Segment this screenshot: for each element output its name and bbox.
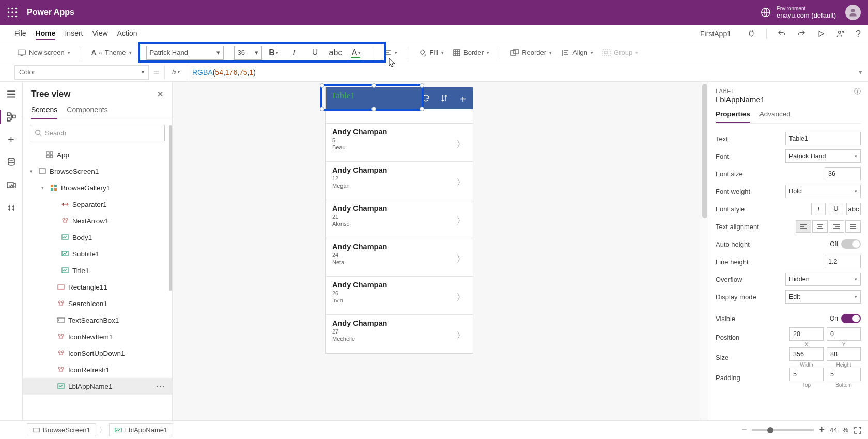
tab-advanced[interactable]: Advanced xyxy=(760,108,791,123)
pad-t-input[interactable]: 5 xyxy=(789,368,824,381)
font-color-button[interactable]: A▾ xyxy=(348,46,365,60)
tree-item[interactable]: TextSearchBox1 xyxy=(23,312,172,328)
tree-item[interactable]: IconRefresh1 xyxy=(23,361,172,378)
tab-components[interactable]: Components xyxy=(67,102,107,119)
zoom-in-icon[interactable]: + xyxy=(819,425,825,435)
breadcrumb-screen[interactable]: BrowseScreen1 xyxy=(27,423,96,436)
prop-overflow-select[interactable]: Hidden▾ xyxy=(785,273,861,286)
pos-x-input[interactable]: 20 xyxy=(789,327,824,341)
help-icon[interactable]: ? xyxy=(856,28,861,39)
prop-fontsize-input[interactable]: 36 xyxy=(825,167,861,180)
file-name[interactable]: FirstApp1 xyxy=(700,29,731,38)
tree-item[interactable]: IconNewItem1 xyxy=(23,328,172,345)
insert-icon[interactable]: + xyxy=(6,134,17,145)
scrollbar-thumb[interactable] xyxy=(169,125,172,291)
list-item[interactable]: Andy Champan27Mechelle〉 xyxy=(326,315,473,353)
list-item[interactable]: Andy Champan24Neta〉 xyxy=(326,238,473,277)
share-icon[interactable] xyxy=(836,29,845,38)
bold-button[interactable]: B▾ xyxy=(265,46,283,60)
media-icon[interactable] xyxy=(6,180,17,190)
list-item[interactable]: Andy Champan5Beau〉 xyxy=(326,124,473,162)
advanced-tools-icon[interactable] xyxy=(6,203,17,213)
align-left[interactable] xyxy=(796,220,811,233)
tree-item[interactable]: ▾BrowseGallery1 xyxy=(23,179,172,196)
align-center[interactable] xyxy=(812,220,828,233)
border-button[interactable]: Border▾ xyxy=(450,47,492,58)
menu-view[interactable]: View xyxy=(92,27,107,40)
list-item[interactable]: Andy Champan12Megan〉 xyxy=(326,162,473,200)
fill-button[interactable]: Fill▾ xyxy=(415,47,447,59)
tree-item[interactable]: Separator1 xyxy=(23,196,172,213)
formula-input[interactable]: RGBA(54, 176, 75, 1) xyxy=(187,65,853,80)
zoom-slider[interactable] xyxy=(752,429,814,431)
prop-lineheight-input[interactable]: 1.2 xyxy=(825,255,861,268)
data-icon[interactable] xyxy=(6,157,17,168)
text-align-button[interactable]: ▾ xyxy=(380,47,400,58)
undo-icon[interactable] xyxy=(777,29,786,38)
add-icon[interactable]: + xyxy=(458,94,468,103)
tree-item[interactable]: LblAppName1 xyxy=(23,378,172,395)
tree-search[interactable]: Search xyxy=(30,125,165,141)
fx-icon[interactable]: fx▾ xyxy=(164,65,187,80)
prop-fontweight-select[interactable]: Bold▾ xyxy=(785,185,861,198)
size-w-input[interactable]: 356 xyxy=(789,347,824,361)
redo-icon[interactable] xyxy=(797,29,806,38)
environment-picker[interactable]: Environment enayu.com (default) xyxy=(760,6,836,19)
strike-toggle[interactable]: abc xyxy=(846,203,861,215)
canvas[interactable]: Table1 + Andy Champan5Beau〉Andy Champan1… xyxy=(173,82,708,420)
close-icon[interactable]: ✕ xyxy=(157,89,164,99)
property-selector[interactable]: Color▾ xyxy=(14,65,149,80)
tree-item[interactable]: Title1 xyxy=(23,262,172,279)
visible-toggle[interactable] xyxy=(841,314,861,323)
theme-button[interactable]: Aa Theme▾ xyxy=(88,47,135,58)
canvas-scrollbar[interactable] xyxy=(701,82,708,420)
tree-view-icon[interactable] xyxy=(6,112,17,122)
size-h-input[interactable]: 88 xyxy=(827,347,861,361)
hamburger-icon[interactable] xyxy=(6,89,17,99)
prop-font-select[interactable]: Patrick Hand▾ xyxy=(785,149,861,163)
tree-item[interactable]: SearchIcon1 xyxy=(23,295,172,312)
help-icon[interactable]: ⓘ xyxy=(854,87,861,96)
list-item[interactable]: Andy Champan21Alonso〉 xyxy=(326,200,473,238)
user-avatar[interactable] xyxy=(845,5,861,20)
fit-screen-icon[interactable] xyxy=(854,426,862,434)
menu-home[interactable]: Home xyxy=(36,27,56,40)
menu-file[interactable]: File xyxy=(14,27,26,40)
play-icon[interactable] xyxy=(816,29,826,38)
font-select[interactable]: Patrick Hand▾ xyxy=(146,46,224,60)
tree-item[interactable]: NextArrow1 xyxy=(23,213,172,229)
align-button[interactable]: Align▾ xyxy=(558,47,596,58)
tree-item[interactable]: App xyxy=(23,146,172,163)
italic-toggle[interactable]: I xyxy=(811,203,826,215)
menu-insert[interactable]: Insert xyxy=(65,27,83,40)
font-size-select[interactable]: 36▾ xyxy=(234,46,262,60)
italic-button[interactable]: I xyxy=(286,46,303,60)
app-checker-icon[interactable] xyxy=(747,29,756,38)
app-launcher-icon[interactable] xyxy=(7,7,18,18)
pad-b-input[interactable]: 5 xyxy=(827,368,861,381)
prop-text-input[interactable]: Table1 xyxy=(785,132,861,145)
new-screen-button[interactable]: New screen▾ xyxy=(14,47,73,58)
align-justify[interactable] xyxy=(845,220,861,233)
tree-item[interactable]: Rectangle11 xyxy=(23,279,172,295)
sort-icon[interactable] xyxy=(440,94,449,103)
autoheight-toggle[interactable] xyxy=(841,239,861,249)
reorder-button[interactable]: Reorder▾ xyxy=(507,47,555,59)
tab-screens[interactable]: Screens xyxy=(31,102,57,119)
tree-item[interactable]: Subtitle1 xyxy=(23,246,172,262)
tree-item[interactable]: ▾BrowseScreen1 xyxy=(23,163,172,179)
breadcrumb-control[interactable]: LblAppName1 xyxy=(109,423,173,436)
list-item[interactable]: Andy Champan26Irvin〉 xyxy=(326,277,473,315)
expand-formula-icon[interactable]: ▾ xyxy=(853,68,868,76)
tab-properties[interactable]: Properties xyxy=(716,108,750,123)
underline-toggle[interactable]: U xyxy=(829,203,843,215)
underline-button[interactable]: U xyxy=(306,46,324,60)
strike-button[interactable]: abc xyxy=(327,46,345,60)
align-right[interactable] xyxy=(829,220,844,233)
tree-item[interactable]: Body1 xyxy=(23,229,172,246)
zoom-out-icon[interactable]: − xyxy=(741,425,747,435)
tree-item[interactable]: IconSortUpDown1 xyxy=(23,345,172,361)
pos-y-input[interactable]: 0 xyxy=(827,327,861,341)
menu-action[interactable]: Action xyxy=(117,27,137,40)
prop-display-select[interactable]: Edit▾ xyxy=(785,290,861,304)
